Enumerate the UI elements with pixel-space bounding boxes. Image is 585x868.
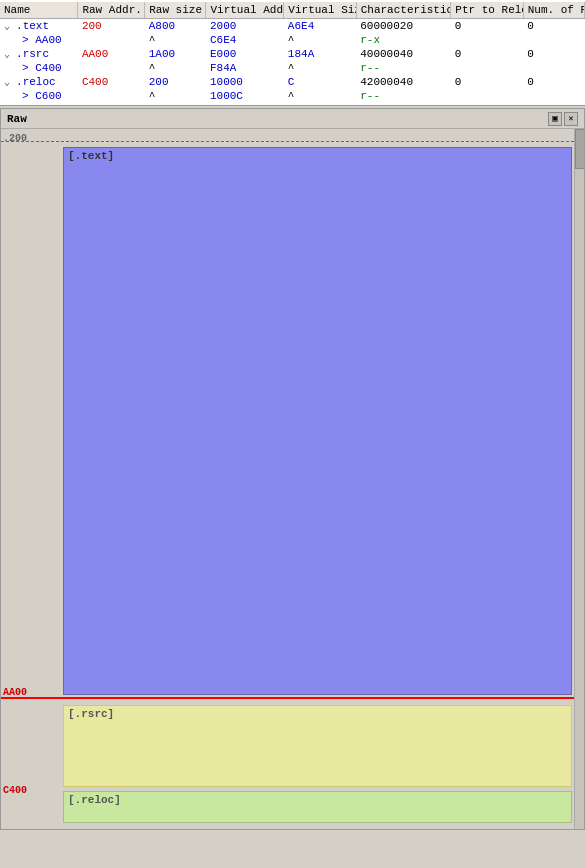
cell-raw-addr <box>78 33 145 47</box>
cell-raw-size: ^ <box>145 33 206 47</box>
cell-raw-size: ^ <box>145 89 206 103</box>
restore-button[interactable]: ▣ <box>548 112 562 126</box>
rsrc-section-block: [.rsrc] <box>63 705 572 787</box>
addr-label-200: .200 <box>3 133 27 144</box>
col-header-num: Num. of Reloc. <box>523 2 584 19</box>
cell-raw-addr <box>78 61 145 75</box>
chevron-down-icon: ⌄ <box>4 49 16 60</box>
section-name: .rsrc <box>16 48 49 60</box>
cell-name: ⌄ .reloc <box>0 75 78 89</box>
cell-raw-addr <box>78 89 145 103</box>
cell-ptr <box>451 61 523 75</box>
reloc-section-block: [.reloc] <box>63 791 572 823</box>
cell-virt-size: ^ <box>284 33 356 47</box>
cell-num: 0 <box>523 47 584 61</box>
col-header-raw-addr: Raw Addr. <box>78 2 145 19</box>
cell-chars: 42000040 <box>356 75 451 89</box>
col-header-raw-size: Raw size <box>145 2 206 19</box>
cell-raw-size: 200 <box>145 75 206 89</box>
cell-raw-size: 1A00 <box>145 47 206 61</box>
section-name: .text <box>16 20 49 32</box>
table-row[interactable]: ⌄ .reloc C400 200 10000 C 42000040 0 0 <box>0 75 585 89</box>
sub-name: C400 <box>35 62 61 74</box>
cell-virt-addr: 2000 <box>206 19 284 34</box>
table-row[interactable]: > AA00 ^ C6E4 ^ r-x <box>0 33 585 47</box>
cell-raw-size: ^ <box>145 61 206 75</box>
sections-table-panel: Name Raw Addr. Raw size Virtual Addr. Vi… <box>0 0 585 106</box>
table-row[interactable]: > C400 ^ F84A ^ r-- <box>0 61 585 75</box>
col-header-name: Name <box>0 2 78 19</box>
rsrc-section-label: [.rsrc] <box>64 706 571 722</box>
cell-raw-size: A800 <box>145 19 206 34</box>
cell-ptr <box>451 33 523 47</box>
cell-name: > AA00 <box>0 33 78 47</box>
top-dashed-line <box>1 141 584 142</box>
raw-panel: Raw ▣ ✕ .200 [.text] AA00 [.rsrc] C400 [… <box>0 108 585 830</box>
cell-ptr: 0 <box>451 19 523 34</box>
cell-chars: r-- <box>356 89 451 103</box>
raw-panel-header: Raw ▣ ✕ <box>1 109 584 129</box>
table-body: ⌄ .text 200 A800 2000 A6E4 60000020 0 0 … <box>0 19 585 104</box>
col-header-ptr: Ptr to Reloc. <box>451 2 523 19</box>
chevron-down-icon: ⌄ <box>4 21 16 32</box>
cell-ptr: 0 <box>451 75 523 89</box>
cell-name: ⌄ .text <box>0 19 78 34</box>
chevron-down-icon: ⌄ <box>4 77 16 88</box>
col-header-chars: Characteristics <box>356 2 451 19</box>
cell-raw-addr: 200 <box>78 19 145 34</box>
sub-addr: > <box>4 34 35 46</box>
cell-virt-size: ^ <box>284 61 356 75</box>
sections-table: Name Raw Addr. Raw size Virtual Addr. Vi… <box>0 2 585 103</box>
cell-num: 0 <box>523 75 584 89</box>
cell-virt-addr: F84A <box>206 61 284 75</box>
col-header-virt-size: Virtual Size <box>284 2 356 19</box>
scroll-thumb[interactable] <box>575 129 584 169</box>
addr-label-C400: C400 <box>3 785 27 796</box>
section-name: .reloc <box>16 76 56 88</box>
sub-addr: > <box>4 62 35 74</box>
text-section-block: [.text] <box>63 147 572 695</box>
cell-chars: r-x <box>356 33 451 47</box>
cell-virt-addr: 1000C <box>206 89 284 103</box>
cell-virt-size: A6E4 <box>284 19 356 34</box>
raw-panel-buttons: ▣ ✕ <box>548 112 578 126</box>
cell-chars: r-- <box>356 61 451 75</box>
cell-ptr <box>451 89 523 103</box>
table-row[interactable]: ⌄ .text 200 A800 2000 A6E4 60000020 0 0 <box>0 19 585 34</box>
cell-raw-addr: AA00 <box>78 47 145 61</box>
sub-name: C600 <box>35 90 61 102</box>
raw-panel-title: Raw <box>7 113 27 125</box>
cell-num: 0 <box>523 19 584 34</box>
cell-ptr: 0 <box>451 47 523 61</box>
sub-name: AA00 <box>35 34 61 46</box>
aa00-red-line <box>1 697 584 699</box>
cell-name: > C400 <box>0 61 78 75</box>
cell-chars: 40000040 <box>356 47 451 61</box>
table-row[interactable]: ⌄ .rsrc AA00 1A00 E000 184A 40000040 0 0 <box>0 47 585 61</box>
cell-num <box>523 89 584 103</box>
cell-virt-size: 184A <box>284 47 356 61</box>
reloc-section-label: [.reloc] <box>64 792 571 808</box>
cell-virt-addr: 10000 <box>206 75 284 89</box>
col-header-virt-addr: Virtual Addr. <box>206 2 284 19</box>
cell-virt-addr: E000 <box>206 47 284 61</box>
sub-addr: > <box>4 90 35 102</box>
text-section-label: [.text] <box>64 148 571 164</box>
cell-num <box>523 61 584 75</box>
cell-chars: 60000020 <box>356 19 451 34</box>
table-row[interactable]: > C600 ^ 1000C ^ r-- <box>0 89 585 103</box>
cell-virt-size: C <box>284 75 356 89</box>
cell-name: ⌄ .rsrc <box>0 47 78 61</box>
cell-name: > C600 <box>0 89 78 103</box>
raw-content-area: .200 [.text] AA00 [.rsrc] C400 [.reloc] <box>1 129 584 829</box>
cell-virt-addr: C6E4 <box>206 33 284 47</box>
cell-raw-addr: C400 <box>78 75 145 89</box>
close-button[interactable]: ✕ <box>564 112 578 126</box>
cell-virt-size: ^ <box>284 89 356 103</box>
cell-num <box>523 33 584 47</box>
scrollbar[interactable] <box>574 129 584 829</box>
